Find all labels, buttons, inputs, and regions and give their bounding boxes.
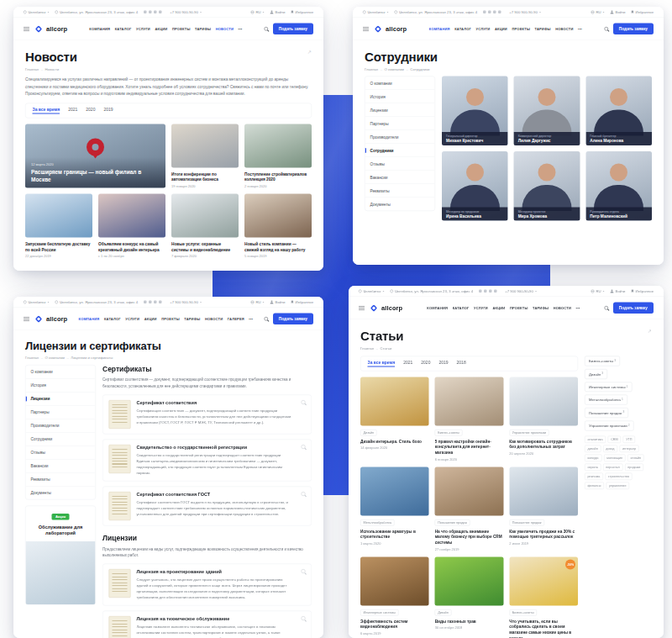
filter-tab[interactable]: 2021 bbox=[403, 361, 412, 367]
tag-chip[interactable]: охрана bbox=[585, 463, 601, 471]
social-icon[interactable] bbox=[144, 11, 147, 14]
city-selector[interactable]: Челябинск bbox=[24, 10, 49, 14]
social-icon[interactable] bbox=[149, 11, 152, 14]
phone-number[interactable]: +7 900 900-90-90 bbox=[509, 10, 541, 14]
news-card[interactable]: Новые услуги: охранные системы и видеона… bbox=[171, 194, 239, 258]
nav-menu-item[interactable]: Каталог bbox=[453, 306, 470, 310]
login-link[interactable]: Войти bbox=[270, 10, 286, 14]
city-selector[interactable]: Челябинск bbox=[363, 10, 388, 14]
nav-menu-item[interactable]: ••• bbox=[239, 27, 243, 31]
news-card[interactable]: Новый стиль компании — свежий взгляд на … bbox=[244, 194, 312, 258]
nav-menu-item[interactable]: Тарифы bbox=[195, 27, 211, 31]
share-icon[interactable] bbox=[648, 329, 652, 334]
hamburger-menu-icon[interactable] bbox=[24, 27, 29, 31]
tag-chip[interactable]: конкурс bbox=[585, 454, 601, 461]
sidebar-item[interactable]: Производители bbox=[26, 419, 96, 433]
tag-chip[interactable]: дизайн bbox=[585, 445, 601, 452]
sidebar-item[interactable]: Вакансии bbox=[365, 171, 435, 184]
breadcrumb-item[interactable]: О компании bbox=[39, 356, 65, 360]
tag-chip[interactable]: продажи bbox=[625, 463, 643, 471]
tag-chip[interactable]: интерьер bbox=[620, 445, 639, 452]
category-filter[interactable]: Бизнес-советы3 bbox=[585, 356, 620, 366]
tag-chip[interactable]: мотивация bbox=[604, 454, 626, 461]
nav-menu-item[interactable]: Новости bbox=[554, 306, 571, 310]
breadcrumb-item[interactable]: Главная bbox=[25, 356, 39, 360]
sidebar-item[interactable]: Отзывы bbox=[26, 446, 96, 460]
sidebar-item[interactable]: Производители bbox=[365, 130, 435, 144]
sidebar-item[interactable]: История bbox=[365, 90, 435, 103]
employee-card[interactable]: Коммерческий директор Лилия Даргужис bbox=[514, 76, 580, 146]
category-filter[interactable]: Управление проектами2 bbox=[585, 421, 633, 431]
submit-request-button[interactable]: Подать заявку bbox=[273, 314, 313, 325]
tag-chip[interactable]: аналитика bbox=[585, 435, 606, 443]
sidebar-item[interactable]: Вакансии bbox=[26, 460, 96, 473]
nav-menu-item[interactable]: Компания bbox=[427, 306, 448, 310]
social-icon[interactable] bbox=[154, 301, 157, 304]
search-icon[interactable] bbox=[604, 306, 608, 310]
share-icon[interactable] bbox=[307, 50, 312, 55]
sidebar-item[interactable]: Документы bbox=[26, 487, 96, 500]
city-selector[interactable]: Челябинск bbox=[359, 289, 384, 293]
zoom-icon[interactable] bbox=[302, 400, 306, 404]
social-icon[interactable] bbox=[154, 11, 157, 14]
favorites-link[interactable]: Избранное bbox=[291, 10, 313, 14]
tag-chip[interactable]: доход bbox=[603, 445, 617, 452]
employee-card[interactable]: Главный бухгалтер Алена Миронова bbox=[585, 76, 652, 146]
article-category-chip[interactable]: Бизнес-советы bbox=[435, 430, 463, 436]
social-icon[interactable] bbox=[144, 301, 147, 304]
login-link[interactable]: Войти bbox=[611, 10, 626, 14]
article-category-chip[interactable]: Металлообработка bbox=[360, 519, 394, 526]
article-category-chip[interactable]: Дизайн bbox=[360, 430, 377, 436]
news-card[interactable]: Поступление стройматериалов коллекция 20… bbox=[244, 124, 312, 187]
nav-menu-item[interactable]: Акции bbox=[144, 317, 157, 321]
sidebar-item[interactable]: Партнеры bbox=[26, 406, 96, 419]
employee-card[interactable]: Генеральный директор Михаил Крестович bbox=[442, 76, 508, 146]
social-icon[interactable] bbox=[159, 11, 162, 14]
nav-menu-item[interactable]: Услуги bbox=[125, 317, 139, 321]
sidebar-item[interactable]: Лицензии bbox=[365, 103, 435, 117]
hamburger-menu-icon[interactable] bbox=[359, 306, 365, 310]
logo[interactable]: allcorp bbox=[370, 304, 402, 312]
zoom-icon[interactable] bbox=[302, 445, 306, 449]
article-card[interactable]: Дизайн Дизайн интерьера. Стиль бохо 14 ф… bbox=[360, 377, 429, 461]
logo[interactable]: allcorp bbox=[34, 315, 67, 323]
breadcrumb-item[interactable]: Сотрудники bbox=[404, 67, 429, 71]
tag-chip[interactable]: персонал bbox=[603, 463, 623, 471]
category-filter[interactable]: Дизайн3 bbox=[585, 369, 607, 379]
tag-chip[interactable]: реклама bbox=[585, 472, 603, 480]
breadcrumb-item[interactable]: Главная bbox=[365, 67, 378, 71]
nav-menu-item[interactable]: ••• bbox=[578, 27, 582, 31]
logo[interactable]: allcorp bbox=[374, 25, 407, 33]
breadcrumb-item[interactable]: Статьи bbox=[374, 346, 391, 351]
social-icon[interactable] bbox=[149, 301, 152, 304]
nav-menu-item[interactable]: Новости bbox=[216, 27, 234, 31]
breadcrumb-item[interactable]: О компании bbox=[378, 67, 404, 71]
filter-tab[interactable]: 2019 bbox=[103, 107, 113, 113]
document-card[interactable]: Лицензия на техническое обслуживание Лиц… bbox=[102, 611, 312, 638]
news-card[interactable]: Итоги конференции по автоматизации бизне… bbox=[171, 124, 239, 187]
tag-chip[interactable]: управление bbox=[606, 482, 629, 489]
document-thumbnail[interactable] bbox=[109, 492, 131, 520]
featured-news-card[interactable]: 12 марта 2020 Расширяем границы — новый … bbox=[25, 124, 165, 187]
login-link[interactable]: Войти bbox=[270, 300, 286, 304]
sidebar-item[interactable]: Сотрудники bbox=[365, 144, 435, 157]
social-icon[interactable] bbox=[484, 290, 487, 293]
hamburger-menu-icon[interactable] bbox=[24, 317, 29, 321]
employee-card[interactable]: Менеджер проектов Мира Хромова bbox=[514, 151, 580, 221]
nav-menu-item[interactable]: Проекты bbox=[512, 27, 530, 31]
filter-tab[interactable]: 2018 bbox=[457, 361, 466, 367]
sidebar-item[interactable]: История bbox=[26, 379, 96, 393]
nav-menu-item[interactable]: Компания bbox=[429, 27, 450, 31]
nav-menu-item[interactable]: ••• bbox=[576, 306, 580, 310]
nav-menu-item[interactable]: Тарифы bbox=[533, 306, 549, 310]
language-selector[interactable]: RU bbox=[250, 300, 264, 304]
category-filter[interactable]: Повышение продаж3 bbox=[585, 408, 628, 418]
article-card[interactable]: Повышение продаж На что обращать внимани… bbox=[435, 467, 504, 551]
favorites-link[interactable]: Избранное bbox=[631, 10, 654, 14]
filter-tab[interactable]: За все время bbox=[368, 361, 396, 367]
phone-number[interactable]: +7 900 900-90-90 bbox=[170, 300, 202, 304]
social-icon[interactable] bbox=[483, 11, 486, 14]
category-filter[interactable]: Металлообработка1 bbox=[585, 395, 627, 405]
nav-menu-item[interactable]: Акции bbox=[492, 306, 505, 310]
breadcrumb-item[interactable]: Лицензии и сертификаты bbox=[65, 356, 113, 360]
